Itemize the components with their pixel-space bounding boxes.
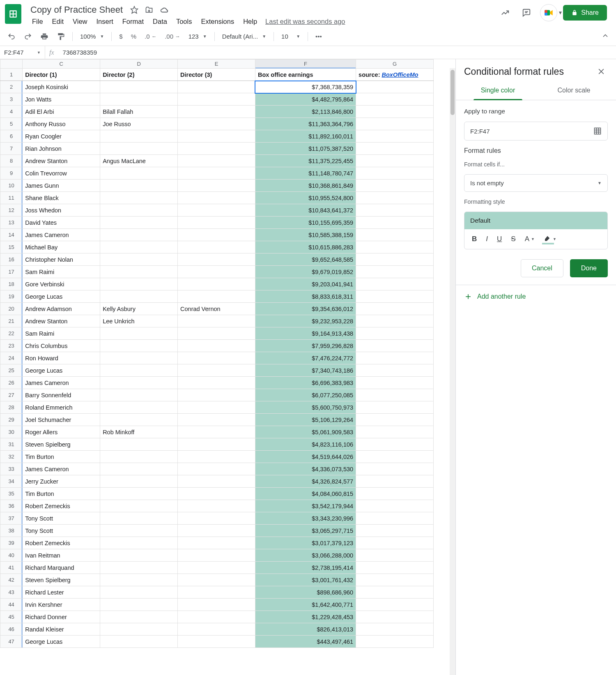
cell-F39[interactable]: $3,017,379,123: [255, 537, 356, 549]
cell-G47[interactable]: [356, 636, 434, 648]
cell-E10[interactable]: [178, 180, 255, 192]
cell-C33[interactable]: James Cameron: [23, 463, 100, 475]
cell-D40[interactable]: [100, 549, 178, 562]
cell-C7[interactable]: Rian Johnson: [23, 143, 100, 155]
cell-F7[interactable]: $11,075,387,520: [255, 143, 356, 155]
increase-decimal-icon[interactable]: .00 →: [161, 30, 184, 42]
vertical-scrollbar[interactable]: [450, 68, 455, 675]
row-44[interactable]: 44: [0, 599, 23, 611]
cell-G33[interactable]: [356, 463, 434, 475]
cell-D23[interactable]: [100, 340, 178, 352]
cell-E22[interactable]: [178, 327, 255, 340]
cell-G4[interactable]: [356, 106, 434, 118]
cell-D25[interactable]: [100, 364, 178, 377]
cell-E26[interactable]: [178, 377, 255, 389]
star-icon[interactable]: [129, 4, 140, 16]
cell-C20[interactable]: Andrew Adamson: [23, 303, 100, 315]
cell-C10[interactable]: James Gunn: [23, 180, 100, 192]
cell-E36[interactable]: [178, 500, 255, 512]
cell-G5[interactable]: [356, 118, 434, 130]
row-45[interactable]: 45: [0, 611, 23, 623]
style-preview[interactable]: Default: [464, 212, 607, 229]
cell-F38[interactable]: $3,065,297,715: [255, 525, 356, 537]
cell-F1[interactable]: Box office earnings: [255, 69, 356, 81]
cell-F10[interactable]: $10,368,861,849: [255, 180, 356, 192]
cell-E30[interactable]: [178, 426, 255, 438]
strikethrough-icon[interactable]: S: [508, 233, 519, 246]
font-select[interactable]: Default (Ari...▼: [219, 31, 269, 41]
cell-C22[interactable]: Sam Raimi: [23, 327, 100, 340]
cell-C46[interactable]: Randal Kleiser: [23, 623, 100, 636]
cell-E3[interactable]: [178, 93, 255, 106]
zoom-select[interactable]: 100%▼: [77, 31, 107, 41]
cell-E28[interactable]: [178, 401, 255, 414]
cell-F41[interactable]: $2,738,195,414: [255, 562, 356, 574]
cell-C34[interactable]: Jerry Zucker: [23, 475, 100, 488]
cell-G7[interactable]: [356, 143, 434, 155]
cell-F8[interactable]: $11,375,225,455: [255, 155, 356, 167]
cell-F42[interactable]: $3,001,761,432: [255, 574, 356, 586]
cell-C43[interactable]: Richard Lester: [23, 586, 100, 599]
cell-G39[interactable]: [356, 537, 434, 549]
done-button[interactable]: Done: [570, 259, 608, 277]
cell-F5[interactable]: $11,363,364,796: [255, 118, 356, 130]
cell-F32[interactable]: $4,519,644,026: [255, 451, 356, 463]
cell-E19[interactable]: [178, 290, 255, 303]
cell-D20[interactable]: Kelly Asbury: [100, 303, 178, 315]
number-format-select[interactable]: 123▼: [185, 31, 210, 41]
cell-F22[interactable]: $9,164,913,438: [255, 327, 356, 340]
cell-C15[interactable]: Michael Bay: [23, 241, 100, 253]
cell-F40[interactable]: $3,066,288,000: [255, 549, 356, 562]
cell-C28[interactable]: Roland Emmerich: [23, 401, 100, 414]
cell-F18[interactable]: $9,203,041,941: [255, 278, 356, 290]
cell-G13[interactable]: [356, 217, 434, 229]
row-37[interactable]: 37: [0, 512, 23, 525]
row-4[interactable]: 4: [0, 106, 23, 118]
cell-G32[interactable]: [356, 451, 434, 463]
menu-view[interactable]: View: [69, 16, 91, 27]
cell-G38[interactable]: [356, 525, 434, 537]
meet-button[interactable]: ▼: [540, 4, 557, 21]
cell-C30[interactable]: Roger Allers: [23, 426, 100, 438]
cell-F19[interactable]: $8,833,618,311: [255, 290, 356, 303]
underline-icon[interactable]: U: [494, 233, 505, 246]
cell-D8[interactable]: Angus MacLane: [100, 155, 178, 167]
spreadsheet-grid[interactable]: C D E F G 1 Director (1) Director (2) Di…: [0, 59, 456, 675]
cell-C5[interactable]: Anthony Russo: [23, 118, 100, 130]
cell-E44[interactable]: [178, 599, 255, 611]
cell-D38[interactable]: [100, 525, 178, 537]
cell-E23[interactable]: [178, 340, 255, 352]
cell-C24[interactable]: Ron Howard: [23, 352, 100, 364]
cell-F2[interactable]: $7,368,738,359: [255, 81, 356, 93]
cell-C27[interactable]: Barry Sonnenfeld: [23, 389, 100, 401]
cell-E39[interactable]: [178, 537, 255, 549]
menu-tools[interactable]: Tools: [172, 16, 196, 27]
row-42[interactable]: 42: [0, 574, 23, 586]
cell-E35[interactable]: [178, 488, 255, 500]
cell-C13[interactable]: David Yates: [23, 217, 100, 229]
decrease-decimal-icon[interactable]: .0 ←: [141, 30, 160, 42]
cell-E47[interactable]: [178, 636, 255, 648]
tab-color-scale[interactable]: Color scale: [536, 81, 612, 100]
cloud-status-icon[interactable]: [158, 4, 170, 16]
font-size-select[interactable]: 10▼: [278, 31, 303, 41]
cell-F3[interactable]: $4,482,795,864: [255, 93, 356, 106]
cell-D21[interactable]: Lee Unkrich: [100, 315, 178, 327]
italic-icon[interactable]: I: [483, 233, 491, 246]
cell-D27[interactable]: [100, 389, 178, 401]
cell-D5[interactable]: Joe Russo: [100, 118, 178, 130]
tab-single-color[interactable]: Single color: [460, 81, 536, 100]
cell-C39[interactable]: Robert Zemeckis: [23, 537, 100, 549]
cell-G12[interactable]: [356, 204, 434, 217]
cell-F15[interactable]: $10,615,886,283: [255, 241, 356, 253]
row-40[interactable]: 40: [0, 549, 23, 562]
cell-E4[interactable]: [178, 106, 255, 118]
cell-E1[interactable]: Director (3): [178, 69, 255, 81]
cell-D46[interactable]: [100, 623, 178, 636]
row-11[interactable]: 11: [0, 192, 23, 204]
row-3[interactable]: 3: [0, 93, 23, 106]
cell-D43[interactable]: [100, 586, 178, 599]
cell-E41[interactable]: [178, 562, 255, 574]
cell-C40[interactable]: Ivan Reitman: [23, 549, 100, 562]
cell-F33[interactable]: $4,336,073,530: [255, 463, 356, 475]
